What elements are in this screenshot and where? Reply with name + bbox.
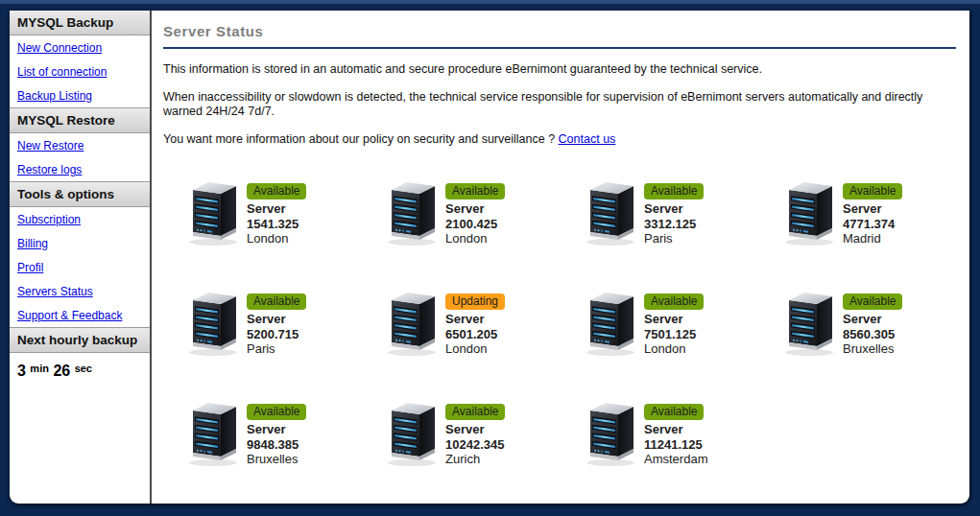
server-location: Zurich (445, 452, 505, 467)
server-icon (584, 288, 637, 357)
sidebar-item-list-of-connection[interactable]: List of connection (10, 59, 150, 83)
server-card: Available Server 5200.715 Paris (186, 288, 385, 357)
server-label: Server (445, 422, 505, 437)
countdown-seconds-unit: sec (75, 363, 92, 374)
server-label: Server (644, 312, 704, 327)
status-badge: Available (247, 293, 306, 310)
server-icon (584, 177, 637, 246)
sidebar-section-mysql-restore: MYSQL Restore (10, 107, 150, 133)
server-location: Paris (247, 341, 306, 357)
sidebar-item-servers-status[interactable]: Servers Status (10, 279, 150, 303)
page-title: Server Status (163, 23, 956, 49)
sidebar-item-backup-listing[interactable]: Backup Listing (10, 83, 150, 107)
server-card: Available Server 9848.385 Bruxelles (186, 398, 385, 467)
sidebar-item-new-restore[interactable]: New Restore (10, 133, 150, 157)
status-badge: Available (843, 293, 902, 310)
server-label: Server (843, 312, 902, 327)
server-location: Paris (644, 231, 704, 246)
server-number: 2100.425 (445, 217, 505, 232)
server-icon (782, 177, 836, 246)
server-number: 8560.305 (843, 327, 902, 342)
status-badge: Available (644, 404, 704, 420)
server-label: Server (247, 312, 306, 327)
sidebar-item-billing[interactable]: Billing (10, 231, 150, 255)
server-label: Server (445, 201, 505, 217)
server-location: London (445, 341, 505, 357)
server-number: 9848.385 (247, 437, 306, 453)
server-label: Server (644, 422, 707, 437)
countdown-minutes: 3 (17, 363, 26, 379)
status-badge: Available (445, 183, 505, 199)
server-icon (186, 288, 240, 357)
info-paragraph-contact: You want more information about our poli… (163, 132, 956, 147)
backup-countdown: 3 min 26 sec (10, 353, 150, 389)
window-top-strip (0, 0, 980, 4)
sidebar-section-mysql-backup: MYSQL Backup (10, 11, 150, 35)
contact-us-link[interactable]: Contact us (559, 132, 616, 146)
server-grid: Available Server 1541.325 London (186, 177, 956, 467)
server-card: Updating Server 6501.205 London (385, 288, 584, 357)
server-card: Available Server 2100.425 London (385, 177, 584, 246)
server-card: Available Server 8560.305 Bruxelles (782, 288, 969, 357)
server-icon (186, 398, 240, 467)
server-card: Available Server 3312.125 Paris (584, 177, 782, 246)
status-badge: Updating (445, 293, 505, 310)
server-card: Available Server 4771.374 Madrid (782, 177, 969, 246)
server-icon (584, 398, 637, 467)
sidebar-item-support-feedback[interactable]: Support & Feedback (10, 303, 150, 327)
sidebar: MYSQL Backup New Connection List of conn… (10, 11, 152, 504)
status-badge: Available (445, 404, 505, 420)
server-number: 7501.125 (644, 327, 704, 342)
server-location: Bruxelles (843, 341, 902, 357)
info-paragraph-1: This information is stored in an automat… (163, 62, 956, 77)
page-panel: MYSQL Backup New Connection List of conn… (10, 11, 969, 504)
server-icon (186, 177, 240, 246)
server-icon (782, 288, 836, 357)
sidebar-section-next-hourly-backup: Next hourly backup (10, 327, 150, 353)
server-number: 3312.125 (644, 217, 704, 232)
server-number: 1541.325 (247, 217, 306, 232)
status-badge: Available (247, 183, 306, 199)
server-location: Amsterdam (644, 452, 707, 467)
status-badge: Available (247, 404, 306, 420)
status-badge: Available (644, 293, 704, 310)
sidebar-item-profil[interactable]: Profil (10, 255, 150, 279)
contact-prompt-text: You want more information about our poli… (163, 132, 559, 146)
server-location: Madrid (843, 231, 902, 246)
server-card: Available Server 11241.125 Amsterdam (584, 398, 782, 467)
server-label: Server (843, 201, 902, 217)
status-badge: Available (644, 183, 704, 199)
server-card: Available Server 10242.345 Zurich (385, 398, 584, 467)
server-label: Server (247, 422, 306, 437)
server-card: Available Server 7501.125 London (584, 288, 782, 357)
server-label: Server (247, 201, 306, 217)
server-location: London (445, 231, 505, 246)
status-badge: Available (843, 183, 902, 199)
server-location: London (644, 341, 704, 357)
server-number: 11241.125 (644, 437, 707, 453)
server-location: London (247, 231, 306, 246)
server-label: Server (644, 201, 704, 217)
sidebar-item-subscription[interactable]: Subscription (10, 207, 150, 231)
countdown-minutes-unit: min (30, 363, 49, 374)
sidebar-item-new-connection[interactable]: New Connection (10, 35, 150, 59)
countdown-seconds: 26 (53, 363, 70, 379)
server-number: 4771.374 (843, 217, 902, 232)
sidebar-item-restore-logs[interactable]: Restore logs (10, 157, 150, 181)
info-paragraph-2: When inaccessibility or slowdown is dete… (163, 90, 956, 119)
main-content: Server Status This information is stored… (152, 11, 969, 504)
server-icon (385, 177, 439, 246)
server-number: 5200.715 (247, 327, 306, 342)
server-icon (385, 398, 439, 467)
server-label: Server (445, 312, 505, 327)
server-location: Bruxelles (247, 452, 306, 467)
server-card: Available Server 1541.325 London (186, 177, 385, 246)
sidebar-section-tools-options: Tools & options (10, 181, 150, 207)
server-number: 10242.345 (445, 437, 505, 453)
server-icon (385, 288, 439, 357)
server-number: 6501.205 (445, 327, 505, 342)
